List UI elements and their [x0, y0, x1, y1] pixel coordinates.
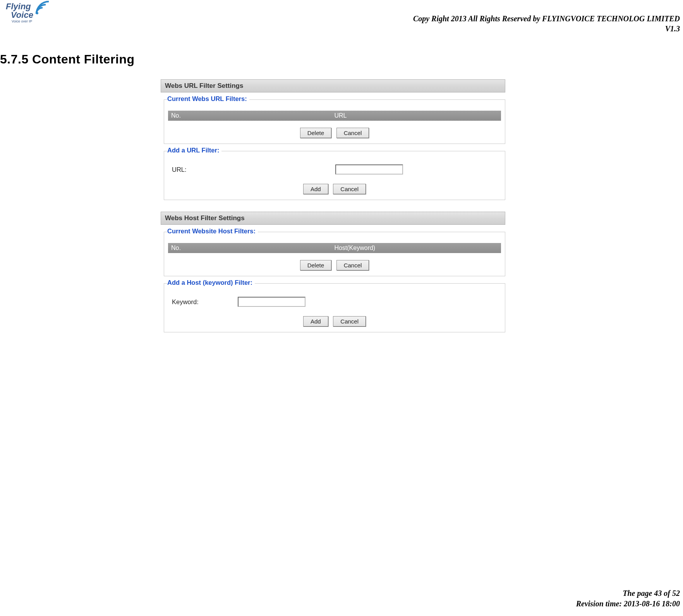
svg-point-0: [36, 12, 38, 14]
add-button[interactable]: Add: [303, 316, 328, 327]
url-input-row: URL:: [168, 162, 501, 177]
form-container: Webs URL Filter Settings Current Webs UR…: [161, 79, 505, 332]
wifi-icon: [35, 0, 50, 15]
add-host-buttons: Add Cancel: [168, 316, 501, 327]
current-host-filters-legend: Current Website Host Filters:: [167, 228, 258, 235]
add-url-filter-fieldset: Add a URL Filter: URL: Add Cancel: [164, 151, 505, 200]
add-button[interactable]: Add: [303, 184, 328, 194]
cancel-button[interactable]: Cancel: [336, 260, 369, 270]
url-filter-table: No. URL: [168, 111, 501, 121]
keyword-label: Keyword:: [172, 298, 238, 306]
delete-button[interactable]: Delete: [300, 128, 331, 138]
col-host: Host(Keyword): [331, 243, 501, 253]
table-row: No. Host(Keyword): [168, 243, 501, 253]
delete-button[interactable]: Delete: [300, 260, 331, 270]
add-host-filter-fieldset: Add a Host (keyword) Filter: Keyword: Ad…: [164, 283, 505, 332]
host-filter-table: No. Host(Keyword): [168, 243, 501, 253]
logo-text-sub: Voice over IP: [12, 19, 32, 23]
host-filter-panel-header: Webs Host Filter Settings: [161, 212, 505, 225]
url-label: URL:: [172, 166, 238, 173]
logo: Flying Voice Voice over IP: [4, 0, 50, 27]
version-text: V1.3: [413, 24, 680, 34]
section-title: 5.7.5 Content Filtering: [0, 52, 135, 67]
col-no: No.: [168, 111, 331, 121]
current-host-filters-fieldset: Current Website Host Filters: No. Host(K…: [164, 232, 505, 276]
table-row: No. URL: [168, 111, 501, 121]
url-filter-buttons: Delete Cancel: [168, 128, 501, 138]
cancel-button[interactable]: Cancel: [333, 184, 366, 194]
revision-time: Revision time: 2013-08-16 18:00: [576, 599, 680, 609]
page-number: The page 43 of 52: [576, 588, 680, 599]
keyword-input-row: Keyword:: [168, 294, 501, 309]
col-url: URL: [331, 111, 501, 121]
cancel-button[interactable]: Cancel: [336, 128, 369, 138]
current-url-filters-fieldset: Current Webs URL Filters: No. URL Delete…: [164, 99, 505, 144]
add-host-filter-legend: Add a Host (keyword) Filter:: [167, 279, 255, 286]
url-input[interactable]: [335, 164, 403, 175]
header-right: Copy Right 2013 All Rights Reserved by F…: [413, 14, 680, 34]
footer: The page 43 of 52 Revision time: 2013-08…: [576, 588, 680, 609]
col-no: No.: [168, 243, 331, 253]
spacer: [161, 200, 505, 212]
host-filter-buttons: Delete Cancel: [168, 260, 501, 270]
url-filter-panel-header: Webs URL Filter Settings: [161, 79, 505, 92]
cancel-button[interactable]: Cancel: [333, 316, 366, 327]
logo-text-voice: Voice: [11, 10, 33, 20]
copyright-text: Copy Right 2013 All Rights Reserved by F…: [413, 14, 680, 24]
current-url-filters-legend: Current Webs URL Filters:: [167, 95, 249, 103]
keyword-input[interactable]: [238, 297, 305, 307]
add-url-buttons: Add Cancel: [168, 184, 501, 194]
add-url-filter-legend: Add a URL Filter:: [167, 147, 221, 154]
